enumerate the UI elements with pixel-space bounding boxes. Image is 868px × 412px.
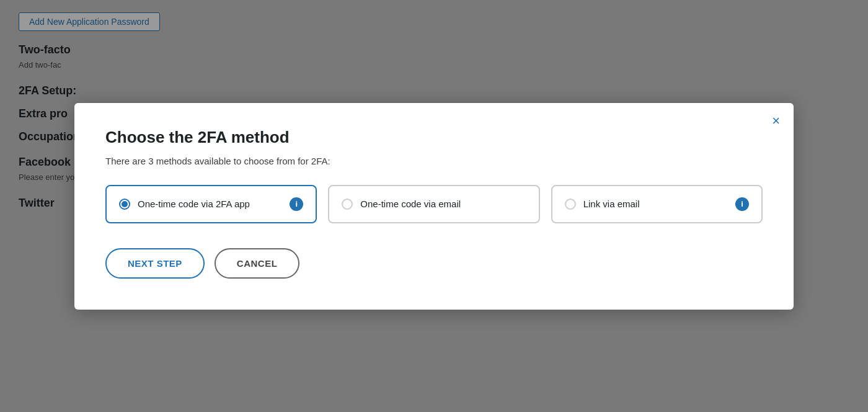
method-label-email-link: Link via email xyxy=(583,199,728,209)
method-option-email-code[interactable]: One-time code via email xyxy=(328,185,539,223)
modal-overlay: × Choose the 2FA method There are 3 meth… xyxy=(0,0,868,412)
info-badge-app[interactable]: i xyxy=(290,197,303,211)
next-step-button[interactable]: NEXT STEP xyxy=(105,248,205,279)
method-label-email-code: One-time code via email xyxy=(360,199,526,209)
modal-close-button[interactable]: × xyxy=(772,114,780,128)
radio-inner-app xyxy=(122,201,128,207)
cancel-button[interactable]: CANCEL xyxy=(215,248,300,279)
modal-subtitle: There are 3 methods available to choose … xyxy=(105,156,763,166)
method-label-app: One-time code via 2FA app xyxy=(138,199,282,209)
modal-buttons: NEXT STEP CANCEL xyxy=(105,248,763,279)
twofa-method-modal: × Choose the 2FA method There are 3 meth… xyxy=(74,103,794,310)
info-badge-email-link[interactable]: i xyxy=(735,197,749,211)
modal-title: Choose the 2FA method xyxy=(105,128,763,147)
method-option-email-link[interactable]: Link via email i xyxy=(551,185,763,223)
radio-app xyxy=(119,199,130,210)
radio-email-code xyxy=(342,199,353,210)
method-option-app[interactable]: One-time code via 2FA app i xyxy=(105,185,317,223)
radio-email-link xyxy=(565,199,576,210)
method-options-container: One-time code via 2FA app i One-time cod… xyxy=(105,185,763,223)
